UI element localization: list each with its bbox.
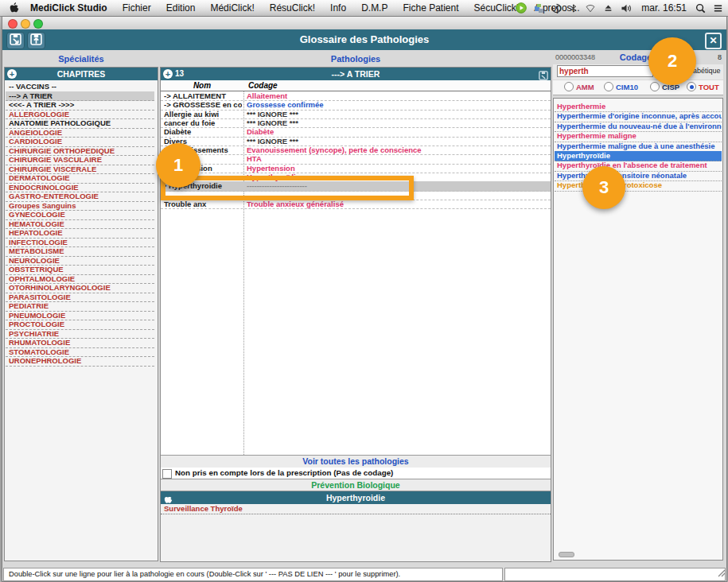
menu-item[interactable]: Fiche Patient (403, 2, 458, 14)
radio-label: TOUT (699, 83, 719, 91)
prevention-item[interactable]: Surveillance Thyroïde (161, 504, 551, 514)
menu-items: MediClick StudioFichierEditionMédiClick!… (30, 2, 595, 14)
menubar-clock[interactable]: mar. 16:51 (641, 2, 687, 14)
atrier-bar-label: ---> A TRIER (161, 68, 551, 80)
pathology-codage: HTA (247, 154, 549, 163)
pathology-codage: Hypertension (247, 164, 549, 173)
horizontal-scrollbar-thumb[interactable] (559, 552, 574, 557)
close-window-button[interactable]: ✕ (705, 33, 722, 49)
window-title: Glossaire des Pathologies (2, 29, 726, 50)
codages-header: 0000003348 Codages 8 (553, 52, 723, 64)
radio-tout[interactable]: TOUT (687, 82, 719, 91)
codages-panel: 0000003348 Codages 8 ✔ Alphabétique AMMC… (553, 50, 723, 562)
spotlight-icon[interactable] (695, 3, 706, 14)
codage-item[interactable]: Hyperthyroïdie en l'absence de traitemen… (555, 161, 722, 171)
pathology-codage: Diabète (247, 127, 549, 136)
codage-filter-radios: AMMCIM10CISPTOUT (553, 80, 723, 95)
prevention-bar: Hyperthyroidie (161, 491, 551, 504)
radio-circle[interactable] (564, 82, 574, 91)
pathology-codage: *** IGNORE *** (247, 110, 549, 118)
apple-menu-icon[interactable] (10, 2, 19, 14)
eject-icon[interactable] (603, 3, 613, 13)
pathology-codage: *** IGNORE *** (247, 137, 549, 146)
see-all-pathologies-link[interactable]: Voir toutes les pathologies (161, 455, 551, 468)
prevention-title: Prévention Biologique (161, 479, 551, 491)
annotation-badge-3: 3 (582, 166, 625, 209)
menu-item[interactable]: D.M.P (361, 2, 387, 14)
status-bar-right-box (504, 568, 726, 581)
codage-item[interactable]: Hyperthermie du nouveau-né due à l'envir… (555, 122, 722, 132)
codage-item[interactable]: Hyperthermie (555, 102, 722, 112)
wifi-icon[interactable] (585, 3, 596, 13)
codage-item[interactable]: Hyperthyroïdie thyrotoxicose (555, 180, 722, 191)
notification-center-icon[interactable] (713, 3, 723, 14)
menu-item[interactable]: Edition (166, 2, 196, 14)
pathology-codage: Grossesse confirmée (247, 100, 549, 109)
radio-circle[interactable] (650, 82, 660, 91)
pathologies-panel: Pathologies + 13 ---> A TRIER Nom Codage (160, 50, 551, 562)
window-titlebar[interactable] (2, 17, 726, 30)
displays-icon[interactable] (534, 3, 544, 14)
chapitres-header-label: CHAPITRES (5, 68, 158, 80)
menu-item[interactable]: SécuClick! (474, 2, 520, 14)
resize-grip-icon[interactable] (716, 566, 726, 580)
no-codage-row: Non pris en compte lors de la prescripti… (161, 468, 551, 479)
codage-item[interactable]: Hyperthermie maligne (555, 131, 722, 142)
pathologies-box: + 13 ---> A TRIER Nom Codage -> ALLAITEM… (160, 67, 551, 562)
volume-icon[interactable] (621, 3, 633, 14)
codages-count: 8 (718, 53, 722, 61)
menu-item[interactable]: MédiClick! (210, 2, 254, 14)
no-codage-checkbox[interactable] (162, 469, 172, 479)
codage-item[interactable]: Hyperthyroïdie transitoire néonatale (555, 171, 722, 181)
radio-amm[interactable]: AMM (564, 82, 594, 91)
screen: MediClick StudioFichierEditionMédiClick!… (0, 0, 728, 582)
glossary-window: Glossaire des Pathologies ✕ Spécialités … (2, 16, 727, 582)
radio-label: AMM (576, 83, 594, 91)
play-icon[interactable] (516, 2, 527, 14)
chapter-item[interactable]: URONEPHROLOGIE (6, 356, 154, 367)
column-codage: Codage (248, 80, 278, 91)
chapitres-header: + CHAPITRES (5, 68, 158, 80)
codage-item[interactable]: Hyperthermie d'origine inconnue, après a… (555, 111, 722, 122)
radio-cim10[interactable]: CIM10 (604, 82, 638, 91)
menu-item[interactable]: MediClick Studio (30, 2, 107, 14)
close-traffic-light[interactable] (8, 19, 18, 29)
codages-title: Codages (553, 52, 723, 64)
annotation-badge-2: 2 (648, 37, 696, 85)
pathology-nom: Diabète (164, 127, 242, 136)
table-header: Nom Codage (161, 80, 551, 91)
window-header: Glossaire des Pathologies ✕ (2, 29, 726, 50)
pathology-nom: -> ALLAITEMENT (164, 91, 242, 100)
prevention-list: Surveillance Thyroïde (161, 504, 551, 561)
menu-item[interactable]: Fichier (123, 2, 151, 14)
menu-bar: MediClick StudioFichierEditionMédiClick!… (0, 0, 728, 17)
codage-item[interactable]: Hyperthermie maligne due à une anesthési… (555, 142, 722, 152)
codage-item[interactable]: Hyperthyroïdie (555, 151, 722, 161)
menu-item[interactable]: RésuClick! (270, 2, 315, 14)
chapter-list: -- VACCINS -----> A TRIER<<<- A TRIER ->… (6, 82, 157, 560)
codage-list: HyperthermieHyperthermie d'origine incon… (553, 98, 723, 561)
no-codage-label: Non pris en compte lors de la prescripti… (175, 468, 393, 479)
minimize-traffic-light[interactable] (21, 19, 30, 29)
pathology-nom: Allergie au kiwi (164, 110, 242, 118)
status-bar: Double-Click sur une ligne pour lier à l… (2, 562, 726, 581)
codage-search-row: ✔ Alphabétique (553, 64, 723, 80)
pathologies-title: Pathologies (160, 52, 551, 66)
menubar-status-area: mar. 16:51 (516, 0, 723, 16)
menu-item[interactable]: Info (330, 2, 346, 14)
radio-circle[interactable] (604, 82, 613, 91)
time-machine-icon[interactable] (551, 3, 562, 14)
radio-circle[interactable] (687, 82, 696, 91)
status-bar-text: Double-Click sur une ligne pour lier à l… (3, 568, 503, 581)
pathology-codage: Trouble anxieux généralisé (247, 200, 549, 208)
pathology-codage: Allaitement (247, 91, 549, 100)
annotation-badge-1: 1 (156, 143, 200, 188)
annotation-highlight-rect (161, 176, 414, 200)
prevention-bar-label: Hyperthyroidie (161, 491, 551, 504)
column-nom: Nom (161, 80, 243, 91)
pathology-row[interactable]: Trouble anxTrouble anxieux généralisé (161, 200, 551, 209)
zoom-traffic-light[interactable] (33, 19, 43, 29)
pathology-codage: Evanouissement (syncope), perte de consc… (247, 146, 549, 154)
bluetooth-icon[interactable] (569, 3, 578, 14)
codage-search-input[interactable] (557, 65, 653, 77)
